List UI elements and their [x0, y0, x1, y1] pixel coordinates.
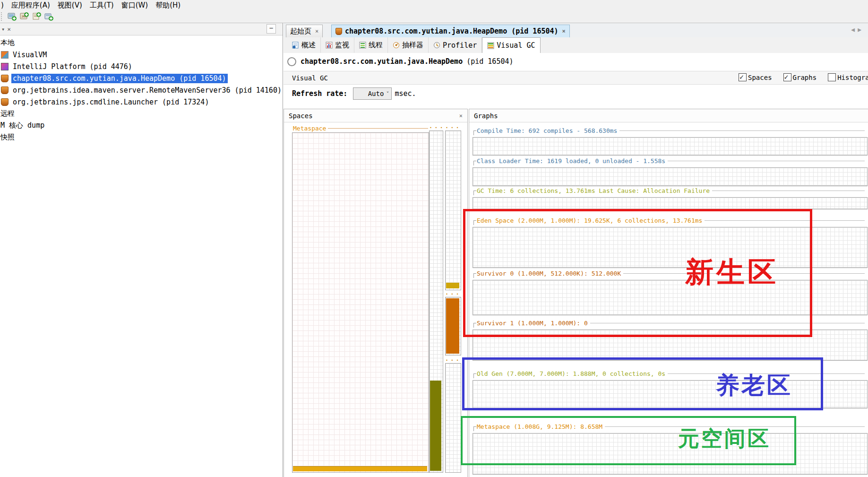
- refresh-rate-label: Refresh rate:: [292, 89, 347, 98]
- metaspace-usage-bar: [293, 466, 427, 471]
- add-application-icon[interactable]: [8, 12, 17, 21]
- checkbox-unchecked-icon: [828, 73, 836, 81]
- old-gen-column-ticks: ···: [429, 126, 442, 130]
- toolbar: JMX: [0, 10, 868, 23]
- young-generation-annotation-text: 新生区: [685, 258, 779, 286]
- menu-item-help[interactable]: 帮助(H): [152, 1, 184, 10]
- document-tab-row: 起始页 × chapter08.src.com.yutian.java.Heap…: [284, 23, 868, 38]
- tree-item-snapshots[interactable]: 快照: [0, 131, 283, 143]
- application-header: chapter08.src.com.yutian.java.HeapDemo (…: [287, 55, 514, 68]
- visualvm-window: ) 应用程序(A) 视图(V) 工具(T) 窗口(W) 帮助(H) JMX ▾ …: [0, 0, 868, 477]
- menu-item-tools[interactable]: 工具(T): [86, 1, 118, 10]
- sidebar-minimize-button[interactable]: −: [266, 24, 276, 34]
- spaces-checkbox[interactable]: Spaces: [739, 73, 772, 81]
- spaces-panel-close-icon[interactable]: ×: [459, 113, 463, 119]
- overview-icon: [292, 42, 299, 49]
- subtab-visual-gc[interactable]: Visual GC: [482, 37, 540, 53]
- tree-item-visualvm[interactable]: VisualVM: [0, 49, 283, 61]
- refresh-rate-row: Refresh rate: Auto ˅ msec.: [292, 87, 416, 100]
- survivor1-column-ticks: ···: [445, 358, 460, 362]
- subtab-profiler[interactable]: Profiler: [429, 37, 482, 53]
- eden-space-column: [445, 130, 461, 290]
- toolbar-grip: [1, 12, 4, 21]
- refresh-rate-unit: msec.: [395, 89, 416, 98]
- metaspace-annotation-text: 元空间区: [678, 428, 771, 449]
- class-loader-time-label: Class Loader Time: 1619 loaded, 0 unload…: [473, 157, 865, 165]
- survivor1-space-column: [445, 363, 461, 473]
- view-subtabs: 概述 监视 线程 抽样器 Profiler Visual GC: [284, 37, 868, 53]
- sidebar-dropdown-icon[interactable]: ▾: [1, 26, 5, 33]
- java-app-icon: [1, 87, 9, 94]
- visualvm-icon: [1, 51, 9, 59]
- old-gen-usage-bar: [430, 381, 441, 471]
- scroll-left-icon: ◀: [851, 26, 858, 33]
- sidebar-header: ▾ × −: [0, 23, 283, 35]
- checkbox-checked-icon: [739, 73, 747, 81]
- add-snapshot-icon[interactable]: [32, 12, 42, 21]
- graphs-checkbox[interactable]: Graphs: [783, 73, 817, 81]
- monitor-icon: [326, 42, 333, 49]
- gc-time-label: GC Time: 6 collections, 13.761ms Last Ca…: [473, 187, 865, 195]
- tree-item-vm-coredump[interactable]: M 核心 dump: [0, 120, 283, 131]
- tab-start-page[interactable]: 起始页 ×: [286, 25, 323, 37]
- subtab-sampler[interactable]: 抽样器: [388, 37, 429, 53]
- tree-item-launcher[interactable]: org.jetbrains.jps.cmdline.Launcher (pid …: [0, 96, 283, 108]
- java-app-icon: [335, 28, 342, 35]
- threads-icon: [359, 42, 366, 49]
- refresh-rate-select[interactable]: Auto ˅: [353, 87, 392, 100]
- tree-item-local[interactable]: 本地: [0, 37, 283, 49]
- java-app-icon: [1, 75, 9, 82]
- subtab-threads[interactable]: 线程: [354, 37, 388, 53]
- compile-time-graph: [473, 137, 868, 156]
- menu-bar: ) 应用程序(A) 视图(V) 工具(T) 窗口(W) 帮助(H): [0, 0, 868, 10]
- gc-time-graph: [473, 197, 868, 209]
- survivor0-usage-bar: [446, 298, 459, 354]
- graphs-panel-title: Graphs: [474, 112, 498, 120]
- menu-item-file-partial[interactable]: ): [0, 1, 8, 9]
- tab-heapdemo[interactable]: chapter08.src.com.yutian.java.HeapDemo (…: [331, 25, 570, 37]
- menu-item-applications[interactable]: 应用程序(A): [8, 1, 54, 10]
- visual-gc-section-bar: Visual GC Spaces Graphs Histogram: [284, 71, 868, 85]
- sampler-icon: [393, 42, 400, 49]
- close-icon[interactable]: ×: [562, 28, 566, 35]
- add-coredump-icon[interactable]: [44, 12, 54, 21]
- java-app-icon: [1, 98, 9, 106]
- add-jmx-connection-icon[interactable]: JMX: [20, 12, 29, 21]
- tree-item-remote[interactable]: 远程: [0, 108, 283, 120]
- metaspace-space-chart: [292, 132, 429, 473]
- chevron-down-icon: ˅: [384, 91, 391, 97]
- tree-item-remotemavenserver[interactable]: org.jetbrains.idea.maven.server.RemoteMa…: [0, 84, 283, 96]
- close-icon[interactable]: ×: [315, 28, 318, 35]
- selected-tree-label: chapter08.src.com.yutian.java.HeapDemo (…: [11, 74, 228, 83]
- old-generation-annotation-text: 养老区: [716, 373, 792, 397]
- histogram-checkbox[interactable]: Histogram: [828, 73, 868, 81]
- sidebar-close-icon[interactable]: ×: [7, 26, 11, 33]
- tree-item-intellij[interactable]: IntelliJ Platform (pid 4476): [0, 61, 283, 72]
- compile-time-label: Compile Time: 692 compiles - 568.630ms: [473, 127, 865, 135]
- intellij-icon: [1, 63, 9, 70]
- eden-column-ticks: ···: [445, 126, 460, 130]
- tab-scroll-arrows[interactable]: ◀▶: [851, 26, 864, 33]
- class-loader-time-graph: [473, 167, 868, 186]
- app-title: chapter08.src.com.yutian.java.HeapDemo: [301, 57, 463, 66]
- tree-item-heapdemo[interactable]: chapter08.src.com.yutian.java.HeapDemo (…: [0, 72, 283, 84]
- menu-item-view[interactable]: 视图(V): [54, 1, 86, 10]
- section-title: Visual GC: [292, 74, 328, 82]
- visual-gc-icon: [487, 42, 494, 49]
- metaspace-space-label: Metaspace: [293, 125, 428, 132]
- subtab-monitor[interactable]: 监视: [321, 37, 354, 53]
- checkbox-checked-icon: [783, 73, 791, 81]
- menu-item-window[interactable]: 窗口(W): [118, 1, 152, 10]
- eden-usage-bar: [446, 283, 459, 288]
- subtab-overview[interactable]: 概述: [287, 37, 321, 53]
- scroll-right-icon: ▶: [858, 26, 864, 33]
- app-status-icon: [287, 57, 296, 66]
- profiler-icon: [433, 42, 440, 49]
- survivor0-column-ticks: ···: [445, 292, 460, 296]
- spaces-panel-title: Spaces: [289, 112, 313, 120]
- app-pid: (pid 16504): [466, 57, 513, 66]
